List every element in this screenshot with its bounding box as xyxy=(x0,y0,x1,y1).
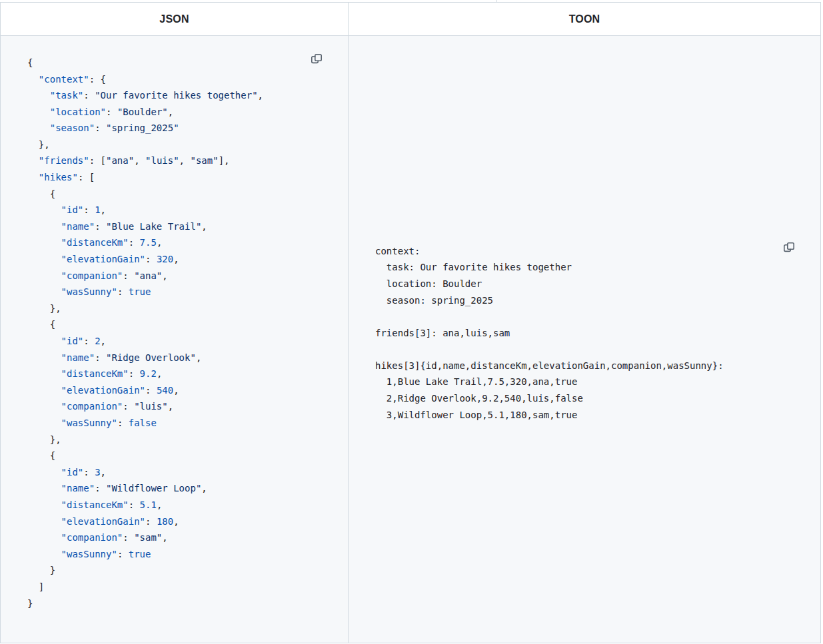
json-copy-button[interactable] xyxy=(309,52,324,67)
toon-panel: TOON context: task: Our favorite hikes t… xyxy=(349,3,820,643)
copy-icon xyxy=(310,53,323,66)
json-panel: JSON { "context": { "task": "Our favorit… xyxy=(1,3,349,643)
json-code-block: { "context": { "task": "Our favorite hik… xyxy=(27,55,321,611)
format-comparison-table: JSON { "context": { "task": "Our favorit… xyxy=(0,2,821,643)
toon-code-container: context: task: Our favorite hikes togeth… xyxy=(359,243,810,436)
toon-panel-title: TOON xyxy=(349,3,820,36)
json-code-container: { "context": { "task": "Our favorite hik… xyxy=(11,55,337,624)
copy-icon xyxy=(782,241,796,254)
json-panel-body: { "context": { "task": "Our favorite hik… xyxy=(1,36,348,643)
toon-copy-button[interactable] xyxy=(782,240,796,255)
toon-code-block: context: task: Our favorite hikes togeth… xyxy=(375,243,794,424)
top-margin-strip xyxy=(0,0,821,2)
toon-panel-body: context: task: Our favorite hikes togeth… xyxy=(349,36,820,643)
json-panel-title: JSON xyxy=(1,3,348,36)
table-divider-remnant xyxy=(496,0,497,2)
